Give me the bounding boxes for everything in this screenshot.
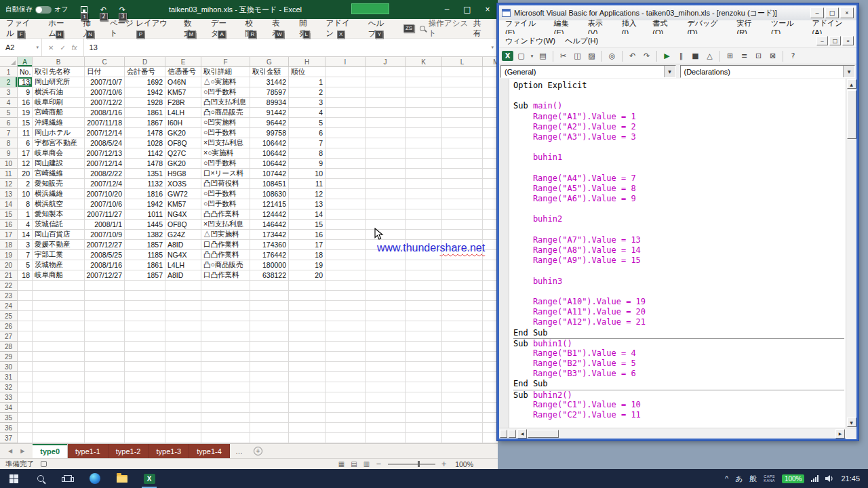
cell-G15[interactable]: 124442	[250, 209, 289, 220]
cell-L34[interactable]	[442, 403, 483, 413]
cell-D16[interactable]: 1445	[125, 220, 165, 230]
cell-M35[interactable]	[483, 413, 498, 423]
cell-C28[interactable]	[85, 342, 125, 352]
cell-A21[interactable]: 18	[18, 270, 33, 281]
cell-H27[interactable]	[289, 331, 326, 342]
cell-C18[interactable]: 2007/12/27	[85, 240, 125, 250]
cell-E33[interactable]	[165, 392, 201, 403]
cell-D4[interactable]: 1928	[125, 98, 165, 108]
cell-C16[interactable]: 2008/1/1	[85, 220, 125, 230]
cell-A34[interactable]	[18, 403, 33, 413]
cell-F32[interactable]	[201, 382, 250, 392]
cell-A11[interactable]: 20	[18, 169, 33, 179]
cell-G14[interactable]: 121415	[250, 199, 289, 209]
cell-I35[interactable]	[326, 413, 366, 423]
cell-D14[interactable]: 1942	[125, 199, 165, 209]
cell-H35[interactable]	[289, 413, 326, 423]
code-minimize-button[interactable]: –	[816, 36, 828, 45]
ribbon-tab-H[interactable]: ホームH	[42, 19, 77, 38]
cell-K27[interactable]	[406, 331, 442, 342]
cell-K7[interactable]	[406, 128, 442, 138]
cell-D33[interactable]	[125, 392, 165, 403]
cell-A30[interactable]	[18, 362, 33, 372]
vertical-scroll-thumb[interactable]	[847, 90, 856, 139]
cell-K22[interactable]	[406, 281, 442, 291]
cell-K34[interactable]	[406, 403, 442, 413]
cell-I26[interactable]	[326, 321, 366, 331]
cell-H30[interactable]	[289, 362, 326, 372]
cell-A18[interactable]: 3	[18, 240, 33, 250]
cell-G2[interactable]: 31442	[250, 77, 289, 87]
cell-E31[interactable]	[165, 372, 201, 382]
cell-H31[interactable]	[289, 372, 326, 382]
cell-B15[interactable]: 愛知製本	[33, 209, 85, 220]
cell-M37[interactable]	[483, 433, 498, 443]
sheet-tab-type1-2[interactable]: type1-2	[108, 444, 149, 458]
cell-C30[interactable]	[85, 362, 125, 372]
cell-B2[interactable]: 岡山研究所	[33, 77, 85, 87]
column-header-B[interactable]: B	[33, 57, 85, 67]
cell-D18[interactable]: 1857	[125, 240, 165, 250]
cell-H21[interactable]: 20	[289, 270, 326, 281]
cell-M34[interactable]	[483, 403, 498, 413]
cell-F2[interactable]: △○実施料	[201, 77, 250, 87]
cell-A20[interactable]: 5	[18, 260, 33, 270]
cell-I21[interactable]	[326, 270, 366, 281]
cell-L24[interactable]	[442, 301, 483, 311]
zoom-slider[interactable]	[388, 464, 435, 465]
cell-F18[interactable]: 口凸作業料	[201, 240, 250, 250]
cell-H24[interactable]	[289, 301, 326, 311]
horizontal-scroll-thumb[interactable]	[528, 430, 559, 438]
cell-C10[interactable]: 2007/12/14	[85, 159, 125, 169]
cell-B20[interactable]: 茨城物産	[33, 260, 85, 270]
cell-H14[interactable]: 13	[289, 199, 326, 209]
cell-J28[interactable]	[366, 342, 406, 352]
close-button[interactable]: ×	[477, 0, 498, 19]
cell-D13[interactable]: 1816	[125, 189, 165, 199]
cell-H6[interactable]: 5	[289, 118, 326, 128]
vba-close-button[interactable]: ×	[840, 7, 854, 18]
cell-A17[interactable]: 14	[18, 230, 33, 240]
caps-kana-indicator[interactable]: CAPS KANA	[764, 474, 775, 483]
cell-C34[interactable]	[85, 403, 125, 413]
cell-B16[interactable]: 茨城信託	[33, 220, 85, 230]
cell-J27[interactable]	[366, 331, 406, 342]
cell-K32[interactable]	[406, 382, 442, 392]
cell-F10[interactable]: ○凹手数料	[201, 159, 250, 169]
cell-L3[interactable]	[442, 87, 483, 98]
scroll-up-icon[interactable]: ▲	[847, 79, 856, 89]
cell-J23[interactable]	[366, 291, 406, 301]
menu-item[interactable]: 表示(V)	[583, 20, 617, 34]
row-header-36[interactable]: 36	[0, 423, 18, 433]
cell-A6[interactable]: 15	[18, 118, 33, 128]
cell-K12[interactable]	[406, 179, 442, 189]
cell-F27[interactable]	[201, 331, 250, 342]
cell-M27[interactable]	[483, 331, 498, 342]
cell-A9[interactable]: 17	[18, 148, 33, 159]
autosave-pill-icon[interactable]	[35, 6, 52, 14]
cell-C33[interactable]	[85, 392, 125, 403]
ribbon-tab-N[interactable]: 挿入N	[77, 19, 104, 38]
cell-E27[interactable]	[165, 331, 201, 342]
find-icon[interactable]: ◎	[606, 49, 618, 62]
row-header-30[interactable]: 30	[0, 362, 18, 372]
cell-J14[interactable]	[366, 199, 406, 209]
cell-L29[interactable]	[442, 352, 483, 362]
cell-C2[interactable]: 2007/10/7	[85, 77, 125, 87]
cell-A29[interactable]	[18, 352, 33, 362]
cell-J32[interactable]	[366, 382, 406, 392]
cell-F13[interactable]: ○凹手数料	[201, 189, 250, 199]
cell-E18[interactable]: A8ID	[165, 240, 201, 250]
cell-D11[interactable]: 1351	[125, 169, 165, 179]
cell-M9[interactable]	[483, 148, 498, 159]
cell-M6[interactable]	[483, 118, 498, 128]
start-button[interactable]	[0, 469, 27, 488]
cell-H22[interactable]	[289, 281, 326, 291]
restore-button[interactable]: □	[457, 0, 477, 19]
cell-D37[interactable]	[125, 433, 165, 443]
cell-L20[interactable]	[442, 260, 483, 270]
cell-B4[interactable]: 岐阜印刷	[33, 98, 85, 108]
cell-B26[interactable]	[33, 321, 85, 331]
cell-G18[interactable]: 174360	[250, 240, 289, 250]
row-header-13[interactable]: 13	[0, 189, 18, 199]
